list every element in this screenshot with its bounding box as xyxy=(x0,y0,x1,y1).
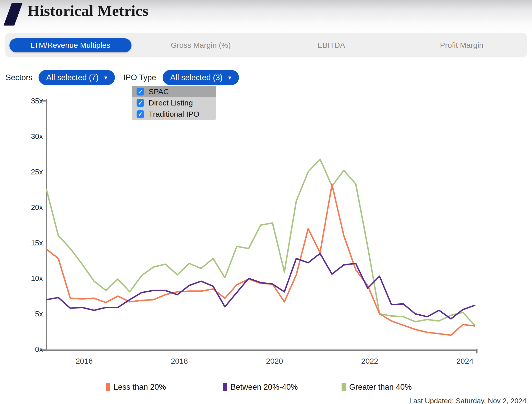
dropdown-option-direct-listing[interactable]: ✓ Direct Listing xyxy=(132,97,216,109)
dropdown-option-spac-label: SPAC xyxy=(149,87,169,96)
metric-tabbar: LTM/Revenue Multiples Gross Margin (%) E… xyxy=(5,33,527,57)
x-tick-label: 2016 xyxy=(76,357,93,365)
tab-profit-margin[interactable]: Profit Margin xyxy=(396,33,527,57)
historical-metrics-app: Historical Metrics LTM/Revenue Multiples… xyxy=(0,0,532,404)
ltm-revenue-multiples-line-chart: 0x5x10x15x20x25x30x35x201620182020202220… xyxy=(0,92,532,378)
ipo-type-filter-label: IPO Type xyxy=(123,73,156,82)
tab-ebitda[interactable]: EBITDA xyxy=(266,33,396,57)
checkbox-direct-listing-checked-icon[interactable]: ✓ xyxy=(137,99,144,107)
chart-legend: Less than 20% Between 20%-40% Greater th… xyxy=(0,383,532,394)
tab-gross-margin[interactable]: Gross Margin (%) xyxy=(136,33,266,57)
tab-ebitda-label[interactable]: EBITDA xyxy=(317,41,345,50)
y-tick-label: 5x xyxy=(35,310,43,318)
tab-gross-margin-label[interactable]: Gross Margin (%) xyxy=(171,41,231,50)
dropdown-option-spac[interactable]: ✓ SPAC xyxy=(132,86,216,97)
ipo-type-dropdown-value: All selected (3) xyxy=(170,73,223,82)
y-tick-label: 10x xyxy=(31,274,43,282)
x-tick-label: 2020 xyxy=(266,357,283,365)
tab-profit-margin-label[interactable]: Profit Margin xyxy=(440,41,483,50)
ipo-type-dropdown-menu: ✓ SPAC ✓ Direct Listing ✓ Traditional IP… xyxy=(132,86,216,120)
legend-item-less-than-20: Less than 20% xyxy=(106,383,166,392)
y-tick-label: 15x xyxy=(31,239,43,247)
chevron-down-icon: ▾ xyxy=(228,75,231,81)
series-line-less-than-20- xyxy=(46,185,475,335)
y-tick-label: 35x xyxy=(31,97,43,105)
chevron-down-icon: ▾ xyxy=(104,75,107,81)
legend-label-greater-than-40: Greater than 40% xyxy=(349,383,412,392)
legend-label-less-than-20: Less than 20% xyxy=(114,383,166,392)
y-tick-label: 25x xyxy=(31,168,43,176)
sectors-dropdown-button[interactable]: All selected (7) ▾ xyxy=(39,70,115,85)
legend-item-greater-than-40: Greater than 40% xyxy=(342,383,412,392)
filter-row: Sectors All selected (7) ▾ IPO Type All … xyxy=(6,70,239,85)
last-updated-text: Last Updated: Saturday, Nov 2, 2024 xyxy=(409,397,526,404)
legend-item-between-20-40: Between 20%-40% xyxy=(223,383,298,392)
x-tick-label: 2024 xyxy=(456,357,474,365)
tab-ltm-revenue-multiples[interactable]: LTM/Revenue Multiples xyxy=(5,33,136,57)
legend-swatch-greater-than-40 xyxy=(342,383,346,391)
y-tick-label: 20x xyxy=(31,203,43,211)
brand-slash-logo-icon xyxy=(4,3,22,26)
legend-label-between-20-40: Between 20%-40% xyxy=(231,383,298,392)
dropdown-option-traditional-ipo[interactable]: ✓ Traditional IPO xyxy=(132,109,216,120)
checkbox-spac-checked-icon[interactable]: ✓ xyxy=(137,88,144,96)
y-tick-label: 0x xyxy=(35,345,43,353)
ipo-type-dropdown-button[interactable]: All selected (3) ▾ xyxy=(163,70,239,85)
y-tick-label: 30x xyxy=(31,132,43,140)
sectors-dropdown-value: All selected (7) xyxy=(46,73,99,82)
dropdown-option-direct-listing-label: Direct Listing xyxy=(149,99,193,107)
dropdown-option-traditional-ipo-label: Traditional IPO xyxy=(149,110,199,118)
x-tick-label: 2018 xyxy=(171,357,188,365)
x-tick-label: 2022 xyxy=(361,357,378,365)
legend-swatch-between-20-40 xyxy=(223,383,227,391)
tab-ltm-revenue-multiples-pill[interactable]: LTM/Revenue Multiples xyxy=(9,38,131,52)
page-title: Historical Metrics xyxy=(28,2,149,20)
checkbox-traditional-ipo-checked-icon[interactable]: ✓ xyxy=(137,110,144,118)
sectors-filter-label: Sectors xyxy=(6,73,32,82)
legend-swatch-less-than-20 xyxy=(106,383,110,391)
